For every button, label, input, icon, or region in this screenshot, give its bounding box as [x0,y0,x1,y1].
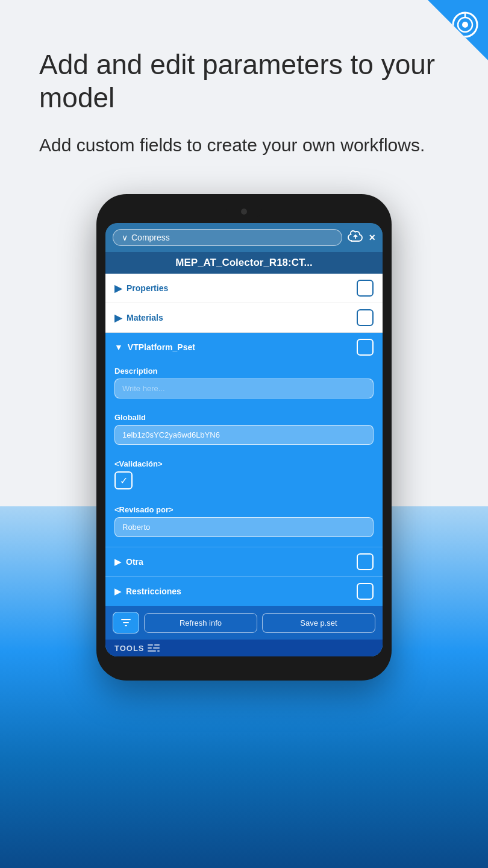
list-item[interactable]: ▶ Materials [105,303,383,333]
dropdown-arrow-icon: ∨ [122,233,128,242]
cloud-upload-icon[interactable] [347,230,364,245]
phone-screen: ∨ Compress × MEP_AT_Colector_R18:CT... [105,223,383,656]
description-input[interactable]: Write here... [114,379,374,398]
restricciones-label: ▶ Restricciones [114,587,181,596]
bottom-items: ▶ Otra ▶ Restricciones [105,547,383,606]
phone-container: ∨ Compress × MEP_AT_Colector_R18:CT... [0,176,488,681]
revisado-label: <Revisado por> [114,505,374,514]
phone-mockup: ∨ Compress × MEP_AT_Colector_R18:CT... [96,194,392,681]
refresh-info-button[interactable]: Refresh info [144,613,257,633]
filter-button[interactable] [113,612,139,634]
globalid-section: GlobalId 1elb1z0sYC2ya6wd6LbYN6 [105,408,383,454]
properties-label: ▶ Properties [114,283,168,294]
vtplatform-bullet-icon: ▼ [114,342,123,352]
vtplatform-header[interactable]: ▼ VTPlatform_Pset [105,333,383,362]
otra-bullet-icon: ▶ [114,557,121,567]
vtplatform-section: ▼ VTPlatform_Pset Description Write here… [105,333,383,656]
vtplatform-label: ▼ VTPlatform_Pset [114,342,195,352]
properties-text: Properties [127,283,168,293]
validacion-checkbox[interactable]: ✓ [114,471,133,489]
list-item[interactable]: ▶ Restricciones [105,576,383,606]
bullet-icon: ▶ [114,312,122,324]
list-item[interactable]: ▶ Properties [105,274,383,303]
revisado-input[interactable]: Roberto [114,517,374,537]
svg-point-2 [462,22,468,28]
bullet-icon: ▶ [114,283,122,294]
page-subtitle: Add custom fields to create your own wor… [39,133,449,158]
restricciones-checkbox[interactable] [357,583,374,600]
screen-footer: Refresh info Save p.set [105,606,383,640]
validacion-label: <Validación> [114,459,374,468]
otra-checkbox[interactable] [357,553,374,570]
restricciones-text: Restricciones [126,587,181,596]
vtplatform-text: VTPlatform_Pset [128,342,195,352]
tools-icon [147,643,160,653]
dropdown-label: Compress [131,233,170,242]
properties-checkbox[interactable] [357,280,374,297]
compress-dropdown[interactable]: ∨ Compress [113,229,342,246]
materials-checkbox[interactable] [357,309,374,326]
tools-text: TOOLS [114,644,145,653]
content-wrapper: Add and edit parameters to your model Ad… [0,0,488,681]
revisado-section: <Revisado por> Roberto [105,500,383,547]
screen-close-icon[interactable]: × [369,231,375,244]
restricciones-bullet-icon: ▶ [114,587,121,596]
globalid-input[interactable]: 1elb1z0sYC2ya6wd6LbYN6 [114,425,374,445]
phone-notch [226,206,262,218]
properties-list: ▶ Properties ▶ Materials [105,274,383,333]
list-item[interactable]: ▶ Otra [105,547,383,576]
materials-label: ▶ Materials [114,312,163,324]
page-title: Add and edit parameters to your model [39,48,449,115]
file-name-bar: MEP_AT_Colector_R18:CT... [105,252,383,274]
filter-icon [120,617,131,628]
screen-header: ∨ Compress × [105,223,383,252]
materials-text: Materials [127,313,163,322]
otra-label: ▶ Otra [114,557,143,567]
save-pset-button[interactable]: Save p.set [262,613,375,633]
tools-bar: TOOLS [105,640,383,656]
file-name-text: MEP_AT_Colector_R18:CT... [175,257,312,268]
headline-section: Add and edit parameters to your model Ad… [0,0,488,176]
globalid-label: GlobalId [114,413,374,422]
otra-text: Otra [126,557,143,567]
validacion-section: <Validación> ✓ [105,454,383,500]
vtplatform-checkbox[interactable] [357,339,374,356]
description-label: Description [114,366,374,376]
description-section: Description Write here... [105,362,383,408]
